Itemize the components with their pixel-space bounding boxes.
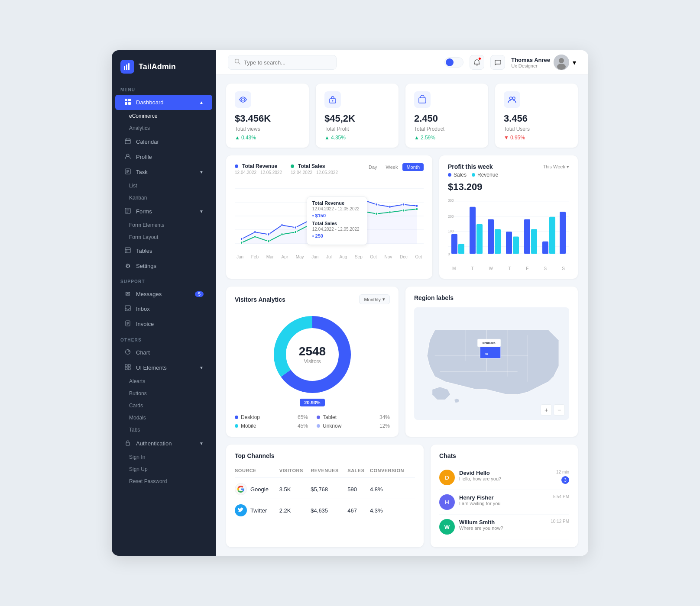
map-zoom-out-button[interactable]: −	[554, 404, 565, 416]
svg-rect-30	[128, 364, 130, 367]
profit-sales-legend: Sales	[448, 172, 467, 178]
task-sub: List Kanban	[126, 180, 216, 204]
chat-item-devid[interactable]: D Devid Hello Hello, how are you? 12 min…	[439, 465, 569, 490]
ui-elements-label: UI Elements	[136, 364, 195, 371]
twitter-name: Twitter	[250, 507, 267, 514]
sidebar-item-task[interactable]: Task ▼	[115, 164, 212, 180]
chart-tabs: Day Week Month	[365, 163, 424, 171]
sidebar-item-calendar[interactable]: Calendar	[115, 134, 212, 149]
product-value: 2.450	[414, 113, 480, 124]
views-change: ▲ 0.43%	[235, 135, 300, 141]
chart-icon	[124, 349, 132, 356]
this-week-button[interactable]: This Week ▾	[543, 164, 569, 170]
svg-rect-89	[495, 229, 501, 254]
notifications-icon[interactable]	[470, 55, 484, 70]
svg-point-43	[510, 97, 512, 100]
sidebar-item-authentication[interactable]: Authentication ▼	[115, 436, 212, 451]
chat-item-wilium[interactable]: W Wilium Smith Where are you now? 10:12 …	[439, 515, 569, 539]
wilium-name: Wilium Smith	[459, 519, 546, 525]
sidebar-item-cards[interactable]: Cards	[126, 400, 216, 412]
svg-point-77	[402, 209, 405, 212]
henry-name: Henry Fisher	[459, 494, 549, 501]
chat-item-henry[interactable]: H Henry Fisher I am waiting for you 5:54…	[439, 490, 569, 515]
svg-text:100: 100	[448, 229, 454, 234]
sales-legend: Total Sales 12.04.2022 - 12.05.2022	[291, 163, 338, 175]
sidebar-item-alerts[interactable]: Alearts	[126, 375, 216, 387]
forms-sub: Form Elements Form Layout	[126, 219, 216, 243]
cell-sales-twitter: 467	[347, 499, 370, 520]
sidebar-item-form-layout[interactable]: Form Layout	[126, 231, 216, 243]
user-role: Ux Designer	[511, 63, 550, 68]
auth-sub: Sign In Sign Up Reset Password	[126, 451, 216, 487]
cell-visitors-twitter: 2.2K	[279, 499, 311, 520]
chart-tab-month[interactable]: Month	[402, 163, 424, 171]
svg-text:200: 200	[448, 214, 454, 219]
sidebar-item-list[interactable]: List	[126, 180, 216, 192]
sidebar-item-tabs[interactable]: Tabs	[126, 424, 216, 436]
svg-text:NE: NE	[485, 353, 488, 355]
cell-visitors-google: 3.5K	[279, 478, 311, 499]
profit-revenue-legend: Revenue	[472, 172, 498, 178]
chat-icon[interactable]	[490, 55, 505, 70]
sidebar-item-analytics[interactable]: Analytics	[126, 122, 216, 134]
wilium-avatar: W	[439, 519, 455, 535]
sidebar-item-ecommerce[interactable]: eCommerce	[126, 110, 216, 122]
views-change-val: 0.43%	[241, 135, 256, 141]
sidebar-item-profile[interactable]: Profile	[115, 149, 212, 164]
sidebar-item-chart[interactable]: Chart	[115, 345, 212, 360]
cell-revenue-google: $5,768	[311, 478, 347, 499]
svg-rect-1	[126, 64, 127, 70]
monthly-arrow: ▾	[382, 297, 385, 302]
sidebar-item-sign-in[interactable]: Sign In	[126, 451, 216, 463]
svg-rect-2	[128, 63, 130, 70]
wilium-info: Wilium Smith Where are you now?	[459, 519, 546, 531]
authentication-label: Authentication	[136, 440, 195, 447]
line-chart-area: Total Revenue 12.04.2022 - 12.05.2022 • …	[235, 179, 424, 253]
visitors-badge: 20.93%	[300, 399, 324, 406]
sidebar-item-messages[interactable]: ✉ Messages 5	[115, 287, 212, 301]
monthly-filter-button[interactable]: Monthly ▾	[359, 294, 390, 304]
sidebar-item-modals[interactable]: Modals	[126, 412, 216, 424]
search-input[interactable]	[244, 59, 330, 66]
table-row: Google 3.5K $5,768 590 4.8%	[235, 478, 415, 499]
dashboard-sub: eCommerce Analytics	[126, 110, 216, 134]
task-label: Task	[136, 169, 195, 175]
sidebar-item-settings[interactable]: ⚙ Settings	[115, 258, 212, 273]
map-zoom-in-button[interactable]: +	[541, 404, 552, 416]
sidebar-item-dashboard[interactable]: Dashboard ▲	[115, 95, 212, 110]
sidebar-item-sign-up[interactable]: Sign Up	[126, 463, 216, 475]
svg-rect-91	[513, 236, 519, 254]
sales-legend-text: Sales	[454, 172, 467, 178]
sidebar-item-form-elements[interactable]: Form Elements	[126, 219, 216, 231]
sidebar-item-forms[interactable]: Forms ▼	[115, 204, 212, 219]
wilium-msg: Where are you now?	[459, 525, 546, 531]
legend-mobile: Mobile 45%	[235, 423, 308, 429]
sidebar-item-reset-password[interactable]: Reset Password	[126, 475, 216, 487]
chart-tab-day[interactable]: Day	[365, 163, 381, 171]
user-info[interactable]: Thomas Anree Ux Designer ▾	[511, 55, 576, 70]
revenue-legend-text: Revenue	[477, 172, 498, 178]
sidebar-item-inbox[interactable]: Inbox	[115, 301, 212, 316]
chart-tab-week[interactable]: Week	[382, 163, 402, 171]
dashboard-label: Dashboard	[136, 99, 195, 106]
menu-section-label: MENU	[112, 81, 216, 95]
theme-toggle[interactable]	[444, 57, 463, 68]
svg-point-54	[281, 224, 283, 226]
sidebar-item-buttons[interactable]: Buttons	[126, 387, 216, 400]
desktop-label: Desktop	[241, 414, 260, 420]
search-bar[interactable]	[228, 55, 337, 70]
users-label: Total Users	[504, 126, 569, 132]
revenue-legend: Total Revenue 12.04.2022 - 12.05.2022	[235, 163, 282, 175]
views-label: Total views	[235, 126, 300, 132]
sidebar-item-tables[interactable]: Tables	[115, 243, 212, 258]
this-week-label: This Week	[543, 164, 565, 169]
profit-title: Profit this week	[448, 163, 493, 170]
stat-card-views: $3.456K Total views ▲ 0.43%	[226, 84, 309, 148]
sidebar-item-invoice[interactable]: Invoice	[115, 316, 212, 332]
mobile-dot	[235, 424, 238, 428]
svg-rect-0	[124, 66, 125, 70]
sidebar-item-ui-elements[interactable]: UI Elements ▼	[115, 360, 212, 375]
tablet-label: Tablet	[323, 414, 337, 420]
unknown-label: Unknow	[323, 423, 341, 429]
sidebar-item-kanban[interactable]: Kanban	[126, 192, 216, 204]
